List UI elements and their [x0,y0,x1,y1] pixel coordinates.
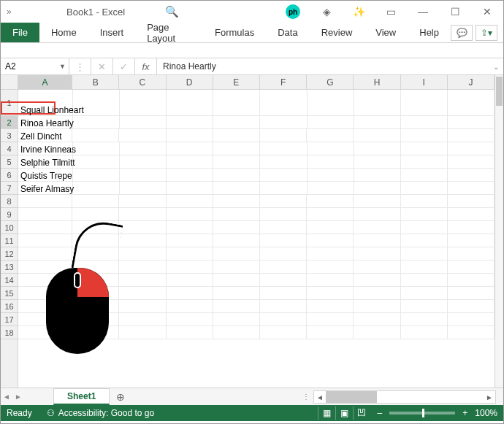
cell-D14[interactable] [167,274,213,286]
cell-G18[interactable] [307,326,354,339]
cell-I12[interactable] [401,247,448,260]
cell-I9[interactable] [401,208,448,220]
tab-file[interactable]: File [1,23,39,42]
tab-data[interactable]: Data [266,23,309,42]
cell-D2[interactable] [167,116,213,128]
cell-E17[interactable] [213,313,260,325]
cell-A14[interactable] [18,274,72,286]
cell-G15[interactable] [307,287,354,299]
cell-A9[interactable] [18,208,72,220]
cell-B14[interactable] [72,274,119,286]
row-header-6[interactable]: 6 [1,169,18,182]
cell-G10[interactable] [307,221,354,234]
col-header-G[interactable]: G [307,75,354,89]
cell-B8[interactable] [72,195,119,207]
cell-F5[interactable] [260,155,307,168]
cell-F7[interactable] [260,182,307,194]
cell-E6[interactable] [213,169,260,181]
zoom-in-button[interactable]: + [462,408,467,418]
cell-J18[interactable] [448,326,495,339]
cell-H16[interactable] [354,300,400,312]
close-button[interactable]: ✕ [471,1,503,23]
cell-I4[interactable] [401,142,448,155]
cell-F2[interactable] [260,116,307,128]
view-page-break-icon[interactable]: 凹 [353,406,370,420]
row-header-14[interactable]: 14 [1,274,18,287]
cell-F10[interactable] [260,221,307,234]
cell-A11[interactable] [18,234,72,247]
cell-D16[interactable] [167,300,213,312]
cell-I5[interactable] [401,155,448,168]
tab-review[interactable]: Review [310,23,364,42]
row-header-9[interactable]: 9 [1,208,18,221]
cell-B2[interactable] [73,116,120,128]
cell-B16[interactable] [72,300,119,312]
cell-B6[interactable] [73,169,120,181]
horizontal-scrollbar[interactable]: ◄ ► [313,390,496,404]
cell-F1[interactable] [260,90,307,115]
col-header-I[interactable]: I [401,75,448,89]
add-sheet-button[interactable]: ⊕ [110,388,131,405]
cell-G8[interactable] [307,195,354,207]
cell-C1[interactable] [120,90,167,115]
zoom-out-button[interactable]: – [378,408,383,418]
col-header-B[interactable]: B [72,75,119,89]
col-header-E[interactable]: E [213,75,260,89]
formula-input[interactable]: Rinoa Heartly [157,58,489,74]
cell-G12[interactable] [307,247,354,260]
cell-B7[interactable] [73,182,120,194]
vertical-scrollbar[interactable] [495,75,503,388]
cell-A7[interactable]: Seifer Almasy [18,182,73,194]
vertical-scroll-thumb[interactable] [496,77,503,106]
diamond-icon[interactable]: ◈ [310,1,343,23]
cell-I18[interactable] [401,326,448,339]
cell-G7[interactable] [308,182,354,194]
cell-D15[interactable] [167,287,213,299]
col-header-A[interactable]: A [18,75,72,89]
cell-F11[interactable] [260,234,307,247]
col-header-H[interactable]: H [354,75,400,89]
view-normal-icon[interactable]: ▦ [318,406,335,420]
cell-I16[interactable] [401,300,448,312]
hscroll-left-icon[interactable]: ◄ [314,393,326,401]
zoom-slider[interactable] [389,412,455,415]
cell-C18[interactable] [119,326,166,339]
cell-G4[interactable] [308,142,354,155]
cell-I10[interactable] [401,221,448,234]
cell-G13[interactable] [307,261,354,273]
cell-D4[interactable] [167,142,213,155]
cell-C14[interactable] [119,274,166,286]
cell-E13[interactable] [213,261,260,273]
search-icon[interactable]: 🔍 [165,5,179,18]
name-box-dropdown-icon[interactable]: ▼ [59,63,66,70]
cell-D8[interactable] [167,195,213,207]
cell-I3[interactable] [401,129,448,142]
row-header-3[interactable]: 3 [1,129,18,142]
cell-G11[interactable] [307,234,354,247]
cell-D6[interactable] [167,169,213,181]
row-header-15[interactable]: 15 [1,287,18,300]
cell-E8[interactable] [213,195,260,207]
row-header-17[interactable]: 17 [1,313,18,326]
cell-A2[interactable]: Rinoa Heartly [18,116,73,128]
cell-D9[interactable] [167,208,213,220]
cell-C7[interactable] [120,182,167,194]
cell-A15[interactable] [18,287,72,299]
cell-J4[interactable] [448,142,495,155]
zoom-level[interactable]: 100% [475,408,497,418]
hscroll-right-icon[interactable]: ► [484,393,495,401]
minimize-button[interactable]: — [407,1,439,23]
cell-C3[interactable] [119,129,166,142]
cell-C12[interactable] [119,247,166,260]
name-box[interactable]: A2 ▼ [1,58,69,74]
cell-J11[interactable] [448,234,495,247]
tab-page-layout[interactable]: Page Layout [135,23,203,42]
cell-G9[interactable] [307,208,354,220]
cell-I17[interactable] [401,313,448,325]
cell-E12[interactable] [213,247,260,260]
cell-G1[interactable] [308,90,354,115]
cell-F4[interactable] [260,142,307,155]
tab-help[interactable]: Help [408,23,451,42]
cell-A6[interactable]: Quistis Trepe [18,169,73,181]
cell-J8[interactable] [448,195,495,207]
